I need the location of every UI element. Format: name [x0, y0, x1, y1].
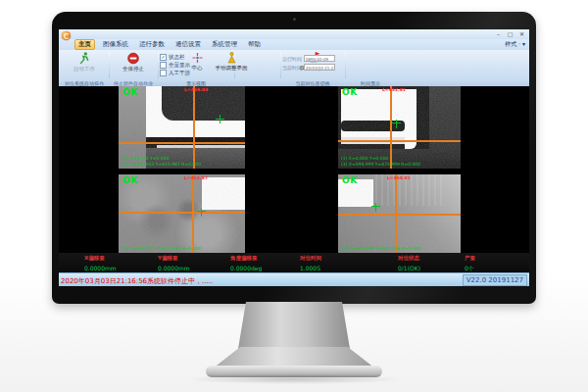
run-time-label: 运行时间	[282, 56, 302, 62]
metrics-row: X偏移量0.0000mm Y偏移量0.0000mm 角度偏移量0.0000deg…	[59, 253, 529, 272]
cam2-ok-badge: OK	[342, 87, 358, 97]
camera-view-2[interactable]: OK L=452.81 (1) X=0.000 Y=0.000 (3) X=59…	[338, 86, 461, 169]
time-display-group: 运行时间 0890:02:09 当前时间 20/03/03 21:23:42	[282, 54, 335, 72]
camera-view-area: OK L=458.84 (1) X=0.000 Y=0.000 (2) X=50…	[59, 86, 529, 253]
monitor-stand-neck	[238, 302, 350, 349]
auto-work-label: 自动工作	[65, 67, 104, 73]
manual-adjust-button[interactable]: 手动调整界面	[208, 51, 255, 72]
screen: – ▢ ✕ 主页 图像系统 运行参数 通信设置 系统管理 帮助 样式 · ▾ 自…	[59, 29, 529, 286]
ribbon-tab-row: 主页 图像系统 运行参数 通信设置 系统管理 帮助	[59, 39, 529, 50]
group-divider	[109, 52, 110, 78]
cam2-mark-cross-icon	[392, 122, 401, 123]
cam1-coordinates: (1) X=0.000 Y=0.000 (2) X=506.003 Y=415.…	[122, 156, 201, 168]
current-time-field[interactable]: 20/03/03 21:23:42	[304, 64, 335, 71]
metric-angle-offset: 角度偏移量0.0000deg	[230, 255, 262, 271]
camera-view-3[interactable]: OK L=452.87 (3) X=505.003 Y=477.961 R=0.…	[119, 174, 245, 253]
metric-y-offset: Y偏移量0.0000mm	[158, 255, 190, 271]
metric-output-count: 产量0个	[465, 255, 475, 273]
cam2-measure-tag: L=452.81	[382, 87, 406, 92]
center-button[interactable]: 中心	[186, 51, 208, 72]
cam2-coordinates: (1) X=0.000 Y=0.000 (3) X=594.999 Y=475.…	[341, 156, 420, 168]
cam3-crosshair-h	[119, 212, 245, 214]
cam3-crosshair-v	[192, 174, 194, 253]
person-icon	[226, 52, 237, 64]
cam4-mark-cross-icon	[375, 203, 376, 212]
stop-icon	[127, 52, 139, 65]
cam4-measure-tag: L=458.81	[387, 175, 411, 180]
stop-all-label: 全体停止	[113, 67, 154, 73]
titlebar	[59, 29, 529, 39]
webcam-icon	[293, 18, 296, 21]
checkbox-empty-icon	[160, 62, 167, 69]
cam3-coordinates: (3) X=505.003 Y=477.961 R=0.000	[122, 246, 201, 252]
cam1-mark-cross-icon	[216, 119, 224, 120]
tab-image-system[interactable]: 图像系统	[100, 40, 131, 49]
cam4-ok-badge: OK	[342, 175, 358, 185]
group-divider	[158, 52, 159, 78]
stop-all-button[interactable]: 全体停止	[113, 51, 154, 73]
cam4-mark-cross-icon	[371, 206, 380, 207]
cam4-coordinates: (3) X=605.998 Y=580.056 R=0.000	[341, 246, 420, 252]
tab-run-params[interactable]: 运行参数	[136, 40, 168, 49]
metric-x-offset: X偏移量0.0000mm	[84, 255, 117, 271]
status-message: 2020年03月03日21:16:56系统软件停止中，.....	[61, 276, 213, 286]
status-bar: 2020年03月03日21:16:56系统软件停止中，..... V22.0 2…	[59, 272, 529, 286]
center-button-label: 中心	[186, 66, 208, 72]
monitor-shadow	[186, 374, 402, 384]
run-time-field[interactable]: 0890:02:09	[304, 55, 335, 62]
group-divider	[345, 52, 346, 78]
tab-help[interactable]: 帮助	[245, 40, 264, 49]
current-time-label: 当前时间	[282, 65, 302, 71]
cam3-mark-cross-icon	[197, 211, 206, 212]
tab-comm-settings[interactable]: 通信设置	[172, 40, 204, 49]
statusbar-checkbox-label: 状态栏	[169, 54, 185, 61]
cam3-mark-cross-icon	[201, 208, 202, 217]
ribbon: 自动工作 全体停止 ✓ 状态栏 全景显示 人工干涉	[59, 50, 529, 80]
camera-view-1[interactable]: OK L=458.84 (1) X=0.000 Y=0.000 (2) X=50…	[119, 86, 245, 169]
window-close-button[interactable]: ✕	[516, 30, 527, 38]
group-divider	[280, 52, 281, 78]
crosshair-icon	[192, 52, 203, 64]
checkbox-checked-icon: ✓	[160, 54, 167, 61]
runner-icon	[78, 52, 90, 65]
cam3-ok-badge: OK	[122, 175, 138, 185]
tab-system-admin[interactable]: 系统管理	[209, 40, 240, 49]
cam1-measure-tag: L=458.84	[184, 87, 208, 92]
window-minimize-button[interactable]: –	[493, 30, 504, 38]
metric-align-time: 对位时间1.000S	[300, 255, 321, 271]
version-badge: V22.0 20191127	[463, 274, 527, 286]
auto-work-button[interactable]: 自动工作	[65, 51, 104, 73]
metric-align-status: 对位状态0/1(OK)	[398, 255, 420, 271]
cam2-crosshair-h	[338, 140, 461, 142]
style-menu[interactable]: 样式 · ▾	[505, 40, 525, 49]
tab-home[interactable]: 主页	[74, 39, 95, 50]
camera-view-4[interactable]: OK L=458.81 (3) X=605.998 Y=580.056 R=0.…	[338, 174, 461, 253]
window-maximize-button[interactable]: ▢	[505, 30, 515, 38]
cam1-crosshair-h	[119, 142, 245, 144]
checkbox-empty-icon	[160, 70, 167, 76]
cam4-crosshair-h	[338, 214, 461, 216]
cam1-ok-badge: OK	[122, 87, 138, 97]
cam3-measure-tag: L=452.87	[184, 175, 208, 180]
cam1-mark-cross-icon	[220, 115, 220, 123]
app-logo-icon[interactable]	[62, 31, 71, 40]
cam3-white-square	[202, 177, 245, 210]
manual-adjust-label: 手动调整界面	[208, 66, 255, 72]
cam2-mark-cross-icon	[396, 120, 397, 128]
